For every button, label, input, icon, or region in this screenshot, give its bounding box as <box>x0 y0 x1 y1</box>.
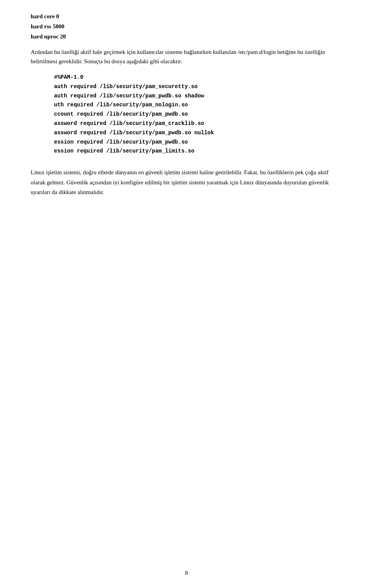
code-line-8: ession required /lib/security/pam_limits… <box>54 147 342 156</box>
code-line-0: #%PAM-1.0 <box>54 73 342 82</box>
hard-core-line: hard core 0 <box>31 12 342 21</box>
code-line-4: ccount required /lib/security/pam_pwdb.s… <box>54 110 342 119</box>
hard-rss-line: hard rss 5000 <box>31 22 342 31</box>
code-line-7: ession required /lib/security/pam_pwdb.s… <box>54 138 342 147</box>
hard-nproc-line: hard nproc 20 <box>31 32 342 41</box>
code-block: #%PAM-1.0 auth required /lib/security/pa… <box>54 73 342 156</box>
code-line-5: assword required /lib/security/pam_crack… <box>54 119 342 128</box>
page-container: hard core 0 hard rss 5000 hard nproc 20 … <box>0 0 373 588</box>
conclusion-paragraph: Linux işletim sistemi, doğru ellerde dün… <box>31 168 342 198</box>
page-number: 8 <box>185 570 188 576</box>
code-line-6: assword required /lib/security/pam_pwdb.… <box>54 128 342 138</box>
code-line-2: auth required /lib/security/pam_pwdb.so … <box>54 92 342 101</box>
paragraph-intro: Ardından bu özelliği aktif hale geçirmek… <box>31 47 342 66</box>
code-line-1: auth required /lib/security/pam_securett… <box>54 82 342 92</box>
code-line-3: uth required /lib/security/pam_nologin.s… <box>54 101 342 110</box>
